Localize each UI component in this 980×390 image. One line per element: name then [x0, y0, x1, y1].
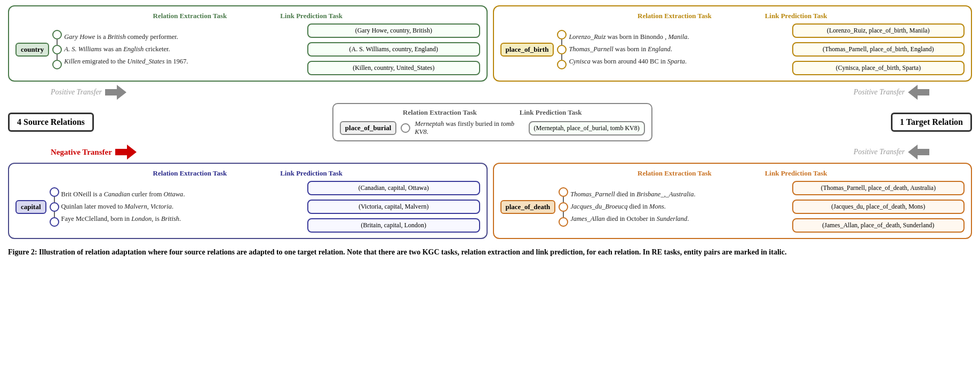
transfer-row-1: Positive Transfer Positive Transfer [8, 85, 972, 100]
bottom-right-box: Relation Extraction Task Link Prediction… [493, 163, 973, 239]
burial-sentence: Merneptah was firstly buried in tomb KV8… [415, 120, 524, 136]
circle-2 [52, 45, 62, 54]
link-1: (Gary Howe, country, British) [307, 23, 480, 38]
figure-caption: Figure 2: Illustration of relation adapt… [8, 246, 972, 258]
top-right-relation-label: place_of_birth [500, 43, 554, 57]
top-right-sentences: Lorenzo_Ruiz was born in Binondo , Manil… [569, 33, 689, 66]
middle-row: 4 Source Relations Relation Extraction T… [8, 103, 972, 141]
circle-r2 [557, 45, 567, 54]
top-left-relation-group: country [15, 43, 49, 57]
line-seg-1 [57, 39, 58, 45]
bottom-right-links: (Thomas_Parnell, place_of_death, Austral… [792, 181, 965, 233]
bottom-right-sentences: Thomas_Parnell died in Brisbane_,_Austra… [570, 190, 695, 223]
bottom-right-relation-label: place_of_death [500, 200, 556, 214]
positive-transfer-bottom: Positive Transfer [854, 145, 929, 160]
positive-transfer-left-label: Positive Transfer [51, 88, 102, 97]
burial-re-title: Relation Extraction Task [403, 108, 477, 117]
link-br3: (James_Allan, place_of_death, Sunderland… [792, 218, 965, 233]
circle-1 [52, 30, 62, 39]
svg-marker-0 [105, 85, 126, 100]
top-left-circles-col [52, 30, 62, 69]
circle-br3 [559, 217, 568, 227]
sentence-2: A. S. Williams was an English cricketer. [64, 45, 188, 53]
line-seg-b2 [54, 212, 55, 217]
bottom-left-circles-col [50, 187, 59, 227]
top-left-content: country [15, 23, 480, 75]
link-br1: (Thomas_Parnell, place_of_death, Austral… [792, 181, 965, 195]
circle-3 [52, 60, 62, 69]
bottom-right-lp-title: Link Prediction Task [765, 169, 827, 178]
top-left-sentences-area: country [15, 30, 303, 69]
sentence-b2: Quinlan later moved to Malvern, Victoria… [61, 203, 185, 211]
top-left-sentences: Gary Howe is a British comedy performer.… [64, 33, 188, 66]
bottom-right-circles-sentences: Thomas_Parnell died in Brisbane_,_Austra… [559, 187, 695, 227]
bottom-left-box: Relation Extraction Task Link Prediction… [8, 163, 488, 239]
circle-br1 [559, 187, 568, 197]
top-left-lp-title: Link Prediction Task [280, 12, 342, 20]
sentence-r1: Lorenzo_Ruiz was born in Binondo , Manil… [569, 33, 689, 41]
burial-content: place_of_burial Merneptah was firstly bu… [340, 120, 645, 136]
bottom-left-sentences: Brit ONeill is a Canadian curler from Ot… [61, 190, 185, 223]
svg-marker-1 [908, 85, 929, 100]
bottom-right-header: Relation Extraction Task Link Prediction… [500, 169, 965, 178]
link-r1: (Lorenzo_Ruiz, place_of_birth, Manila) [792, 23, 965, 38]
line-seg-r2 [561, 54, 562, 60]
link-r2: (Thomas_Parnell, place_of_birth, England… [792, 42, 965, 57]
link-r3: (Cynisca, place_of_birth, Sparta) [792, 61, 965, 75]
positive-transfer-right-label: Positive Transfer [854, 88, 905, 97]
circle-b3 [50, 217, 59, 227]
sentence-1: Gary Howe is a British comedy performer. [64, 33, 188, 41]
top-right-box: Relation Extraction Task Link Prediction… [493, 5, 973, 82]
arrow-right [908, 85, 929, 100]
sentence-br3: James_Allan died in October in Sunderlan… [570, 215, 695, 223]
bottom-left-relation-label: capital [15, 200, 46, 214]
sentence-b3: Faye McClelland, born in London, is Brit… [61, 215, 185, 223]
top-left-relation-label: country [15, 43, 49, 57]
top-right-content: place_of_birth Lorenzo_Ruiz was born in … [500, 23, 965, 75]
main-container: Relation Extraction Task Link Prediction… [8, 5, 972, 258]
burial-relation-label: place_of_burial [340, 121, 397, 135]
bottom-left-links: (Canadian, capital, Ottawa) (Victoria, c… [307, 181, 480, 233]
sentence-b1: Brit ONeill is a Canadian curler from Ot… [61, 190, 185, 198]
bottom-left-lp-title: Link Prediction Task [280, 169, 342, 178]
top-left-links: (Gary Howe, country, British) (A. S. Wil… [307, 23, 480, 75]
top-right-re-title: Relation Extraction Task [638, 12, 712, 20]
bottom-right-circles-col [559, 187, 568, 227]
svg-marker-3 [908, 145, 929, 160]
burial-link: (Merneptah, place_of_burial, tomb KV8) [529, 121, 645, 136]
negative-arrow [115, 145, 137, 160]
top-left-header: Relation Extraction Task Link Prediction… [15, 12, 480, 20]
positive-transfer-bottom-label: Positive Transfer [854, 148, 905, 156]
top-right-circles-sentences: Lorenzo_Ruiz was born in Binondo , Manil… [557, 30, 689, 69]
sentence-r3: Cynisca was born around 440 BC in Sparta… [569, 58, 689, 66]
positive-transfer-left: Positive Transfer [51, 85, 126, 100]
bottom-row: Relation Extraction Task Link Prediction… [8, 163, 972, 239]
bottom-left-header: Relation Extraction Task Link Prediction… [15, 169, 480, 178]
negative-transfer-area: Negative Transfer [51, 145, 137, 160]
arrow-left [105, 85, 126, 100]
circle-r3 [557, 60, 567, 69]
source-count-box: 4 Source Relations [8, 113, 94, 132]
target-count-box: 1 Target Relation [891, 113, 972, 132]
transfer-row-2: Negative Transfer Positive Transfer [8, 145, 972, 160]
link-b3: (Britain, capital, London) [307, 218, 480, 233]
line-seg-b1 [54, 197, 55, 202]
bottom-left-sentences-area: capital Brit ONeill is a Canadian curler… [15, 187, 303, 227]
top-left-box: Relation Extraction Task Link Prediction… [8, 5, 488, 82]
burial-circle [401, 123, 410, 133]
circle-br2 [559, 202, 568, 212]
sentence-br1: Thomas_Parnell died in Brisbane_,_Austra… [570, 190, 695, 198]
bottom-right-sentences-area: place_of_death Thomas_Parnell died in Br… [500, 187, 788, 227]
line-seg-br1 [563, 197, 564, 202]
positive-transfer-right: Positive Transfer [854, 85, 929, 100]
burial-lp-title: Link Prediction Task [520, 108, 582, 117]
svg-marker-2 [115, 145, 137, 160]
bottom-right-re-title: Relation Extraction Task [638, 169, 712, 178]
line-seg-br2 [563, 212, 564, 217]
link-b2: (Victoria, capital, Malvern) [307, 200, 480, 214]
sentence-br2: Jacques_du_Broeucq died in Mons. [570, 203, 695, 211]
link-br2: (Jacques_du, place_of_death, Mons) [792, 200, 965, 214]
link-b1: (Canadian, capital, Ottawa) [307, 181, 480, 195]
top-left-re-title: Relation Extraction Task [153, 12, 227, 20]
negative-transfer-label: Negative Transfer [51, 148, 112, 157]
